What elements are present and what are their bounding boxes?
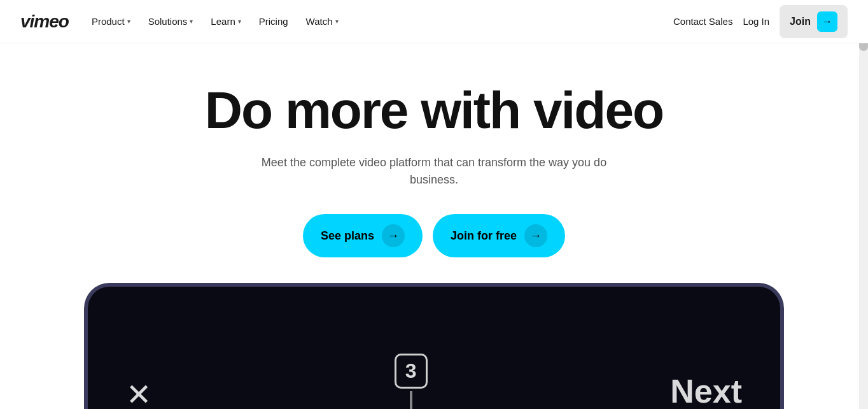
log-in-link[interactable]: Log In xyxy=(743,16,769,27)
logo[interactable]: vimeo xyxy=(20,11,69,32)
device-mockup: ✕ 3 Next xyxy=(84,283,784,409)
pricing-label: Pricing xyxy=(259,16,288,27)
device-inner: ✕ 3 Next xyxy=(88,287,780,409)
learn-chevron: ▾ xyxy=(238,18,241,25)
nav-left: vimeo Product ▾ Solutions ▾ Learn ▾ Pric… xyxy=(20,11,346,32)
product-chevron: ▾ xyxy=(127,18,130,25)
device-line xyxy=(410,391,412,409)
learn-label: Learn xyxy=(211,16,235,27)
scrollbar[interactable] xyxy=(859,0,868,409)
hero-subtitle: Meet the complete video platform that ca… xyxy=(256,154,612,189)
join-arrow-icon: → xyxy=(817,11,837,32)
join-for-free-label: Join for free xyxy=(451,229,517,243)
nav-item-watch[interactable]: Watch ▾ xyxy=(298,11,346,32)
nav-item-solutions[interactable]: Solutions ▾ xyxy=(141,11,201,32)
nav-item-learn[interactable]: Learn ▾ xyxy=(203,11,248,32)
solutions-chevron: ▾ xyxy=(190,18,193,25)
join-for-free-button[interactable]: Join for free → xyxy=(433,214,565,257)
nav-item-pricing[interactable]: Pricing xyxy=(251,11,296,32)
device-badge-container: 3 xyxy=(395,354,428,409)
watch-label: Watch xyxy=(306,16,333,27)
join-label: Join xyxy=(790,16,811,27)
header: vimeo Product ▾ Solutions ▾ Learn ▾ Pric… xyxy=(0,0,868,43)
contact-sales-link[interactable]: Contact Sales xyxy=(673,16,732,27)
hero-section: Do more with video Meet the complete vid… xyxy=(0,43,868,409)
watch-chevron: ▾ xyxy=(335,18,339,25)
hero-buttons: See plans → Join for free → xyxy=(303,214,565,257)
device-x-icon: ✕ xyxy=(126,380,151,409)
device-next-label: Next xyxy=(670,372,742,409)
page-wrapper: vimeo Product ▾ Solutions ▾ Learn ▾ Pric… xyxy=(0,0,868,409)
nav-right: Contact Sales Log In Join → xyxy=(673,5,848,38)
solutions-label: Solutions xyxy=(148,16,188,27)
see-plans-arrow-icon: → xyxy=(382,224,405,247)
hero-title: Do more with video xyxy=(205,82,663,139)
see-plans-label: See plans xyxy=(321,229,374,243)
join-button[interactable]: Join → xyxy=(780,5,848,38)
device-wrapper: ✕ 3 Next xyxy=(59,283,809,409)
join-for-free-arrow-icon: → xyxy=(524,224,547,247)
product-label: Product xyxy=(92,16,125,27)
device-badge: 3 xyxy=(395,354,428,389)
nav-item-product[interactable]: Product ▾ xyxy=(84,11,138,32)
see-plans-button[interactable]: See plans → xyxy=(303,214,423,257)
